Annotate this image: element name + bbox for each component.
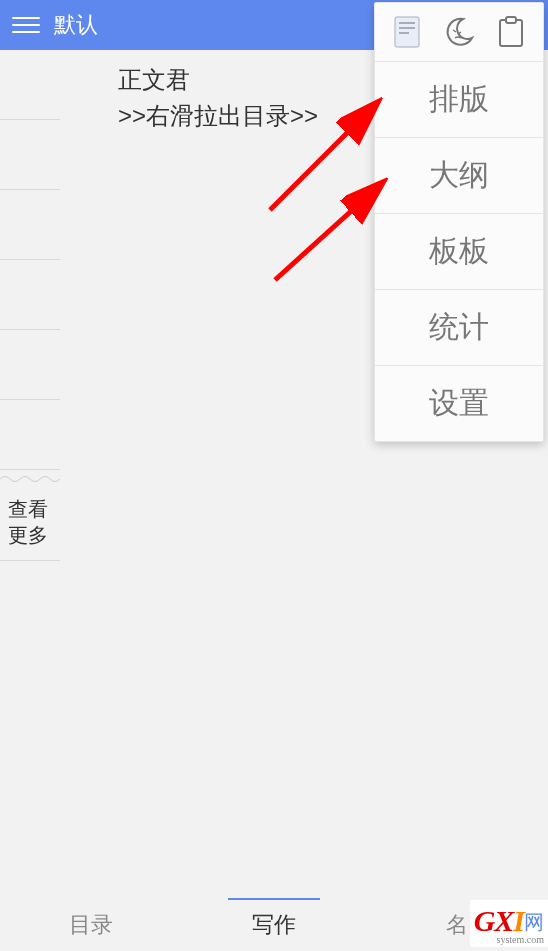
nav-tab-toc[interactable]: 目录 <box>0 900 183 950</box>
menu-item-outline[interactable]: 大纲 <box>375 137 543 213</box>
view-more-button[interactable]: 查看更多 <box>0 490 60 561</box>
watermark-text: 网 <box>524 911 544 933</box>
menu-item-board[interactable]: 板板 <box>375 213 543 289</box>
svg-line-7 <box>275 185 380 280</box>
nav-tab-write[interactable]: 写作 <box>183 900 366 950</box>
menu-item-settings[interactable]: 设置 <box>375 365 543 441</box>
watermark-brand: GXI <box>474 904 524 937</box>
svg-rect-3 <box>399 32 409 34</box>
menu-icon[interactable] <box>12 11 40 39</box>
menu-item-stats[interactable]: 统计 <box>375 289 543 365</box>
document-icon[interactable] <box>390 15 424 49</box>
menu-item-layout[interactable]: 排版 <box>375 61 543 137</box>
left-rail: 查看更多 <box>0 50 60 610</box>
bottom-nav: 目录 写作 名 <box>0 899 548 951</box>
header-title: 默认 <box>54 10 98 40</box>
dropdown-menu: 排版 大纲 板板 统计 设置 <box>374 2 544 442</box>
watermark: GXI网 system.com <box>470 900 548 947</box>
svg-rect-2 <box>399 27 415 29</box>
clipboard-icon[interactable] <box>494 15 528 49</box>
moon-icon[interactable] <box>442 15 476 49</box>
dropdown-icon-row <box>375 3 543 61</box>
svg-rect-5 <box>506 17 516 23</box>
annotation-arrow-2 <box>265 170 395 290</box>
svg-rect-1 <box>399 22 415 24</box>
